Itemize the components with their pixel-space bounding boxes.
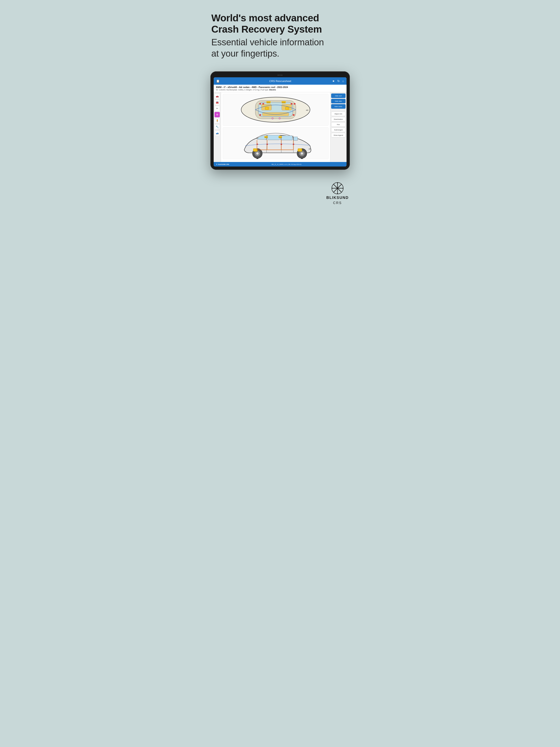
home-icon[interactable]: ⌂ (342, 79, 344, 83)
svg-point-34 (256, 152, 259, 155)
svg-text:▲▲▲: ▲▲▲ (282, 102, 285, 103)
camera-dot (278, 75, 279, 76)
bliksund-crs: CRS (333, 201, 342, 205)
svg-text:▲▲▲: ▲▲▲ (267, 102, 270, 103)
svg-text:⚡: ⚡ (254, 149, 256, 151)
document-icon[interactable]: 📋 (216, 79, 220, 83)
tablet: 📋 CRS Rescuesheet ★ ↻ ⌂ BMW - i7 - xDriv… (210, 71, 350, 170)
sidebar-icon-rescue[interactable]: 🔧 (214, 124, 220, 130)
svg-rect-5 (262, 112, 288, 116)
svg-rect-13 (291, 103, 292, 105)
sidebar-icon-car-top[interactable]: 🚗 (214, 94, 220, 99)
app-title: CRS Rescuesheet (228, 80, 332, 83)
svg-text:⚡: ⚡ (299, 149, 301, 151)
bliksund-name: BLIKSUND (327, 196, 349, 200)
svg-rect-11 (259, 103, 261, 105)
svg-text:▲▲▲: ▲▲▲ (279, 137, 282, 138)
svg-text:⚡: ⚡ (266, 107, 268, 109)
tablet-camera-bar (214, 75, 347, 76)
hide-side-button[interactable]: Hide side (331, 99, 346, 103)
footer-version: BM_22_10_00005 | v1.6 | DB: 30-Sep-2024-… (229, 164, 344, 165)
bliksund-logo-icon (331, 182, 344, 195)
bottom-section: BLIKSUND CRS (327, 182, 349, 205)
fire-button[interactable]: Fire (331, 122, 346, 127)
footer-logo-text: BLIKSUND CRS (219, 164, 229, 165)
svg-rect-14 (294, 103, 295, 105)
footer-brand: ❄ BLIKSUND CRS (216, 163, 229, 165)
hide-roof-button[interactable]: Hide roof (331, 94, 346, 98)
sidebar-icon-person[interactable]: 🧍 (214, 118, 220, 124)
headline-bold: World's most advancedCrash Recovery Syst… (211, 12, 322, 35)
app-header: 📋 CRS Rescuesheet ★ ↻ ⌂ (214, 77, 347, 85)
car-side-view: ⚡ ⚡ ▲▲▲ ▲▲▲ AIR (223, 127, 329, 159)
right-panel: Hide roof Hide side Hide seats Object in… (330, 92, 347, 162)
left-sidebar: 🚗 🚘 ✂ ⚙ 🧍 🔧 🚙 (214, 92, 221, 162)
svg-rect-25 (294, 137, 298, 141)
header-icons: ★ ↻ ⌂ (332, 79, 344, 83)
tablet-screen: 📋 CRS Rescuesheet ★ ↻ ⌂ BMW - i7 - xDriv… (214, 77, 347, 166)
sidebar-icon-settings[interactable]: ⚙ (214, 112, 220, 117)
hide-seats-button[interactable]: Hide seats (331, 104, 346, 109)
submerged-button[interactable]: Submerged (331, 128, 346, 132)
app-body: 🚗 🚘 ✂ ⚙ 🧍 🔧 🚙 (214, 92, 347, 162)
show-legend-button[interactable]: Show legend (331, 133, 346, 137)
vehicle-title: BMW - i7 - xDrive60 - 4dr sedan - 4WD - … (216, 86, 344, 88)
page-wrapper: World's most advancedCrash Recovery Syst… (203, 0, 357, 221)
sidebar-icon-tools[interactable]: ✂ (214, 106, 220, 111)
svg-text:⚡: ⚡ (286, 107, 288, 109)
svg-point-37 (301, 152, 303, 155)
app-footer: ❄ BLIKSUND CRS BM_22_10_00005 | v1.6 | D… (214, 162, 347, 166)
headline-light: Essential vehicle informationat your fin… (211, 36, 324, 59)
star-icon[interactable]: ★ (332, 79, 335, 83)
svg-rect-16 (292, 114, 294, 115)
vehicle-info-bar: BMW - i7 - xDrive60 - 4dr sedan - 4WD - … (214, 85, 347, 92)
deactivation-button[interactable]: Deactivation (331, 117, 346, 121)
refresh-icon[interactable]: ↻ (337, 79, 340, 83)
sidebar-icon-car-front[interactable]: 🚘 (214, 100, 220, 105)
svg-rect-12 (262, 103, 264, 105)
sidebar-icon-car-arrow[interactable]: 🚙 (214, 130, 220, 136)
object-info-button[interactable]: Object info (331, 111, 346, 116)
camera-dot (281, 75, 282, 76)
car-top-view: AIR ⚡ ⚡ (223, 94, 329, 126)
svg-text:▲▲▲: ▲▲▲ (264, 137, 268, 138)
svg-text:AIR: AIR (306, 109, 308, 111)
svg-rect-15 (259, 114, 261, 115)
diagram-area: AIR ⚡ ⚡ (221, 92, 330, 162)
svg-rect-24 (281, 136, 292, 140)
camera-dot (279, 75, 281, 76)
svg-rect-23 (268, 135, 279, 140)
vehicle-meta: ID: 119230 | Numberplate: S486LJ | Weigh… (216, 89, 344, 91)
svg-text:AIR: AIR (308, 148, 311, 150)
